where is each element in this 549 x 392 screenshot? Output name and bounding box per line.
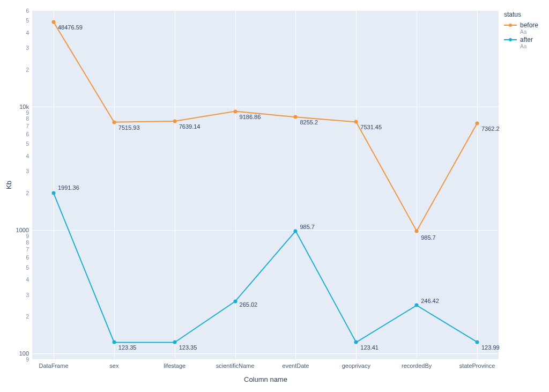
data-point[interactable]	[476, 121, 479, 125]
y-tick-minor-label: 9	[26, 233, 29, 239]
legend-title: status	[504, 11, 538, 18]
legend-aa-icon: Aa	[520, 29, 538, 35]
data-label: 8255.2	[300, 119, 318, 125]
data-label: 9186.86	[240, 114, 261, 120]
y-tick-minor-label: 4	[26, 276, 29, 282]
y-tick-minor-label: 7	[26, 246, 29, 252]
data-point[interactable]	[173, 341, 176, 344]
x-tick-label: DataFrame	[39, 363, 68, 369]
y-tick-minor-label: 2	[26, 314, 29, 320]
y-tick-minor-label: 8	[26, 239, 29, 245]
y-tick-minor-label: 4	[26, 29, 29, 35]
data-label: 7639.14	[179, 123, 201, 130]
data-point[interactable]	[476, 340, 479, 344]
plot-area[interactable]	[32, 11, 499, 359]
x-tick-label: sex	[109, 363, 118, 369]
data-point[interactable]	[112, 120, 116, 124]
data-label: 123.41	[360, 344, 379, 351]
y-tick-minor-label: 5	[26, 18, 29, 24]
data-label: 123.35	[118, 344, 137, 351]
y-axis-label: Kb	[5, 181, 13, 189]
y-tick-minor-label: 6	[26, 8, 29, 14]
data-label: 246.42	[421, 298, 439, 304]
y-tick-minor-label: 5	[26, 141, 29, 147]
y-tick-minor-label: 6	[26, 255, 29, 261]
y-tick-minor-label: 3	[26, 168, 29, 174]
x-tick-label: lifestage	[164, 363, 186, 369]
data-point[interactable]	[294, 115, 298, 119]
x-tick-label: stateProvince	[459, 363, 495, 369]
data-point[interactable]	[173, 120, 176, 123]
legend-aa-icon: Aa	[520, 43, 538, 49]
data-point[interactable]	[415, 304, 419, 307]
y-tick-minor-label: 5	[26, 264, 29, 270]
data-label: 985.7	[421, 234, 436, 241]
x-axis-label: Column name	[244, 375, 287, 383]
x-tick-label: recordedBy	[402, 363, 432, 369]
x-tick-label: geoprivacy	[342, 363, 370, 369]
data-point[interactable]	[354, 341, 358, 344]
legend[interactable]: status beforeAaafterAa	[504, 11, 538, 49]
data-point[interactable]	[354, 120, 358, 124]
data-label: 7515.93	[118, 124, 140, 131]
data-label: 48476.59	[58, 24, 83, 31]
data-point[interactable]	[415, 229, 419, 233]
data-point[interactable]	[233, 109, 237, 113]
data-point[interactable]	[52, 20, 56, 24]
y-tick-minor-label: 2	[26, 66, 29, 72]
legend-swatch	[504, 25, 517, 26]
data-point[interactable]	[233, 300, 237, 304]
data-label: 7362.2	[481, 125, 500, 132]
data-point[interactable]	[294, 229, 298, 233]
y-tick-minor-label: 6	[26, 131, 29, 137]
data-point[interactable]	[52, 191, 56, 195]
y-tick-minor-label: 8	[26, 116, 29, 122]
data-label: 265.02	[240, 301, 258, 308]
data-label: 985.7	[300, 224, 315, 230]
y-tick-minor-label: 7	[26, 123, 29, 129]
data-point[interactable]	[112, 341, 116, 344]
data-label: 7531.45	[360, 124, 382, 130]
data-label: 1991.36	[58, 184, 79, 191]
data-label: 123.99	[481, 344, 500, 351]
legend-swatch	[504, 39, 517, 40]
legend-label: before	[520, 21, 538, 29]
y-tick-minor-label: 3	[26, 292, 29, 298]
y-tick-minor-label: 9	[26, 357, 29, 363]
y-tick-minor-label: 2	[26, 190, 29, 196]
data-label: 123.35	[179, 344, 197, 351]
y-tick-minor-label: 9	[26, 109, 29, 115]
y-tick-minor-label: 4	[26, 153, 29, 159]
legend-label: after	[520, 36, 533, 43]
x-tick-label: scientificName	[216, 363, 255, 369]
x-tick-label: eventDate	[282, 363, 309, 369]
y-tick-minor-label: 3	[26, 45, 29, 51]
